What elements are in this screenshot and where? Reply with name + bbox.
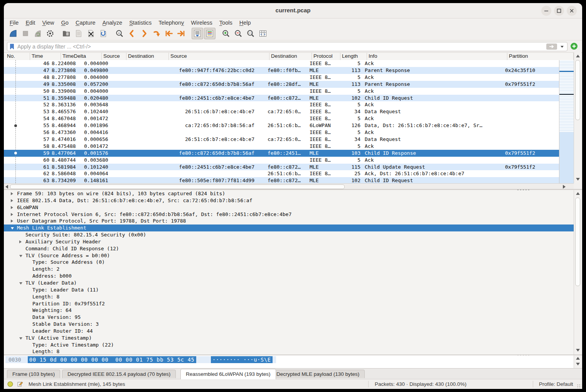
- column-header-destination[interactable]: Destination: [269, 53, 312, 60]
- filter-dropdown-caret[interactable]: [561, 46, 564, 48]
- packet-row-61[interactable]: 618.5819840.101240fe80::2451:c6b7:e8ce:4…: [4, 164, 559, 171]
- collapsed-arrow-icon[interactable]: [11, 219, 13, 223]
- reload-file-button[interactable]: [98, 28, 109, 39]
- tab-2[interactable]: Reassembled 6LoWPAN (193 bytes): [180, 369, 276, 379]
- detail-line[interactable]: Stable Data Version: 3: [4, 321, 574, 328]
- detail-line[interactable]: Mesh Link Establishment: [4, 224, 574, 231]
- hex-ascii-selected[interactable]: ········ ···u·S\E: [211, 356, 273, 363]
- detail-line[interactable]: TLV (Leader Data): [4, 280, 574, 286]
- packet-row-54[interactable]: 548.4670480.001472IEEE 8…5Ack: [4, 115, 559, 122]
- menu-go[interactable]: Go: [58, 19, 72, 26]
- scroll-right-icon[interactable]: [563, 185, 566, 189]
- tab-1[interactable]: Decrypted IEEE 802.15.4 payload (70 byte…: [62, 370, 176, 378]
- detail-line[interactable]: Type: Active Timestamp (22): [4, 342, 574, 348]
- column-header-partition[interactable]: Partition: [507, 53, 574, 60]
- detail-line[interactable]: Type: Source Address (0): [4, 259, 574, 266]
- hex-bytes-selected[interactable]: 00 15 0d 00 00 00 00 00 00 00 01 75 bb 5…: [28, 356, 196, 363]
- packet-row-56[interactable]: 568.4733600.004416IEEE 8…5Ack: [4, 129, 559, 136]
- expanded-arrow-icon[interactable]: [19, 255, 22, 257]
- detail-line[interactable]: Partition ID: 0x79f551f2: [4, 300, 574, 307]
- menu-telephony[interactable]: Telephony: [155, 19, 187, 26]
- status-profile[interactable]: Profile: Default: [539, 381, 573, 387]
- save-file-button[interactable]: [73, 28, 84, 39]
- restart-capture-button[interactable]: [32, 28, 44, 39]
- packet-row-57[interactable]: 578.4740160.00065626:51:c6:b7:e8:ce:4b:e…: [4, 136, 559, 143]
- go-to-packet-button[interactable]: [151, 28, 162, 39]
- stop-capture-button[interactable]: [20, 28, 31, 39]
- auto-scroll-button[interactable]: [192, 28, 203, 39]
- colorize-button[interactable]: [204, 28, 216, 39]
- start-capture-button[interactable]: [7, 28, 19, 39]
- menu-edit[interactable]: Edit: [22, 19, 39, 26]
- capture-comment-icon[interactable]: [17, 381, 24, 387]
- packet-list-vscrollbar[interactable]: [574, 52, 581, 183]
- packet-row-50[interactable]: 508.3390080.004000IEEE 8…5Ack: [4, 88, 559, 95]
- menu-analyze[interactable]: Analyze: [99, 19, 126, 26]
- column-header-source[interactable]: Source: [169, 53, 269, 60]
- menu-statistics[interactable]: Statistics: [126, 19, 155, 26]
- column-header-time[interactable]: Time: [30, 53, 61, 60]
- detail-line[interactable]: 6LoWPAN: [4, 204, 574, 211]
- capture-options-button[interactable]: [44, 28, 56, 39]
- packet-row-59[interactable]: 598.4770640.001576fe80::c872:650d:b7b8:5…: [4, 150, 559, 157]
- go-forward-button[interactable]: [138, 28, 150, 39]
- add-filter-button[interactable]: [571, 43, 578, 50]
- scroll-down-icon[interactable]: [576, 178, 580, 181]
- packet-row-46[interactable]: 468.2240080.004000IEEE 8…5Ack: [4, 60, 559, 67]
- hex-row[interactable]: 0030 00 15 0d 00 00 00 00 00 00 00 01 75…: [5, 356, 276, 363]
- hex-vscrollbar[interactable]: [574, 355, 581, 368]
- apply-filter-button[interactable]: [546, 44, 557, 50]
- display-filter-input[interactable]: Apply a display filter ... <Ctrl-/>: [7, 42, 567, 51]
- packet-row-60[interactable]: 608.4807440.003680IEEE 8…5Ack: [4, 157, 559, 164]
- column-header-no[interactable]: No.: [4, 53, 30, 60]
- collapsed-arrow-icon[interactable]: [11, 213, 13, 216]
- scroll-left-icon[interactable]: [5, 185, 8, 189]
- column-header-destination[interactable]: Destination: [126, 53, 169, 60]
- column-header-length[interactable]: Length: [340, 53, 367, 60]
- scroll-down-icon[interactable]: [576, 363, 580, 365]
- detail-line[interactable]: Frame 59: 103 bytes on wire (824 bits), …: [4, 190, 574, 197]
- packet-row-52[interactable]: 528.3631360.003648IEEE 8…5Ack: [4, 101, 559, 108]
- zoom-original-button[interactable]: 1:1: [245, 28, 256, 39]
- detail-line[interactable]: Security Suite: 802.15.4 Security (0x00): [4, 231, 574, 238]
- details-vscrollbar[interactable]: [574, 190, 581, 355]
- column-header-protocol[interactable]: Protocol: [312, 53, 340, 60]
- go-back-button[interactable]: [126, 28, 138, 39]
- tab-0[interactable]: Frame (103 bytes): [7, 370, 60, 378]
- detail-line[interactable]: Internet Protocol Version 6, Src: fe80::…: [4, 211, 574, 218]
- packet-row-49[interactable]: 498.3350080.057200fe80::c872:650d:b7b8:5…: [4, 81, 559, 88]
- detail-line[interactable]: Length: 8: [4, 293, 574, 300]
- packet-row-58[interactable]: 588.4754880.001472IEEE 8…5Ack: [4, 143, 559, 150]
- menu-file[interactable]: File: [6, 19, 22, 26]
- go-first-button[interactable]: [163, 28, 175, 39]
- menu-wireless[interactable]: Wireless: [187, 19, 216, 26]
- detail-line[interactable]: User Datagram Protocol, Src Port: 19788,…: [4, 218, 574, 224]
- detail-line[interactable]: Command: Child ID Response (12): [4, 245, 574, 252]
- close-button[interactable]: [567, 6, 577, 16]
- zoom-out-button[interactable]: [232, 28, 244, 39]
- detail-line[interactable]: Length: 8: [4, 348, 574, 355]
- packet-row-51[interactable]: 518.3594880.020480fe80::2451:c6b7:e8ce:4…: [4, 95, 559, 102]
- detail-line[interactable]: Data Version: 95: [4, 314, 574, 321]
- maximize-button[interactable]: [554, 6, 564, 16]
- column-header-source[interactable]: Source: [102, 53, 126, 60]
- open-file-button[interactable]: [61, 28, 72, 39]
- detail-line[interactable]: Type: Leader Data (11): [4, 286, 574, 293]
- go-last-button[interactable]: [175, 28, 187, 39]
- packet-list-scroll-thumb[interactable]: [575, 60, 580, 120]
- details-scroll-thumb[interactable]: [575, 198, 580, 286]
- packet-list-hscrollbar[interactable]: [4, 183, 574, 189]
- detail-line[interactable]: Address: b000: [4, 273, 574, 280]
- packet-row-63[interactable]: 638.7342090.148161fe80::505e:f807:7f81:4…: [4, 177, 559, 183]
- detail-line[interactable]: Auxiliary Security Header: [4, 238, 574, 245]
- intelligent-scrollbar-minimap[interactable]: [559, 60, 574, 183]
- column-header-info[interactable]: Info: [367, 53, 507, 60]
- scroll-down-icon[interactable]: [576, 349, 580, 352]
- detail-line[interactable]: TLV (Active Timestamp): [4, 335, 574, 342]
- packet-list-hscroll-thumb[interactable]: [10, 184, 345, 189]
- detail-line[interactable]: IEEE 802.15.4 Data, Dst: 26:51:c6:b7:e8:…: [4, 197, 574, 204]
- zoom-in-button[interactable]: [220, 28, 232, 39]
- find-packet-button[interactable]: A: [114, 28, 125, 39]
- column-header-timedelta[interactable]: TimeDelta: [61, 53, 102, 60]
- packet-row-55[interactable]: 558.4689440.001896ca:72:65:0d:b7:b8:56:a…: [4, 122, 559, 129]
